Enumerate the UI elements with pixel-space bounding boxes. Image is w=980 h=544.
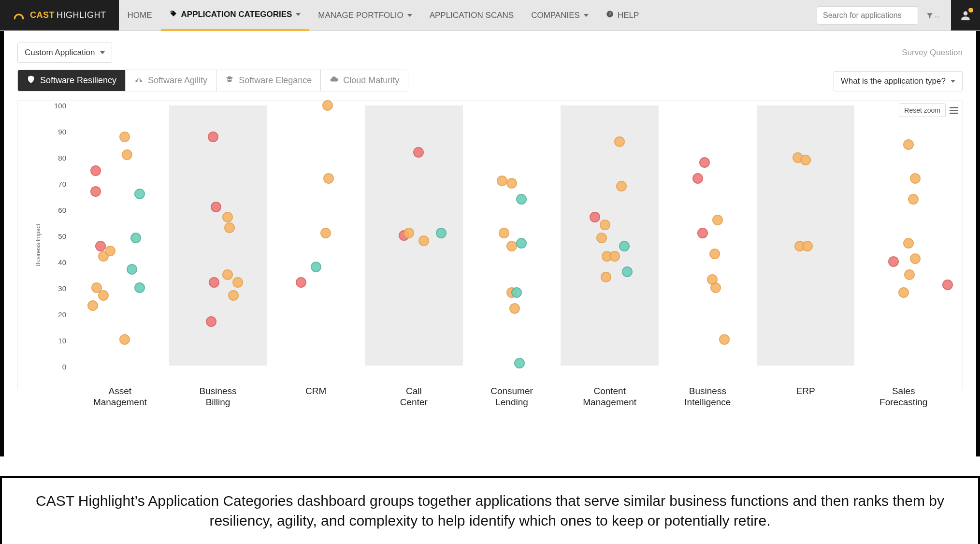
data-point[interactable] <box>134 282 145 293</box>
nav-item-application-scans[interactable]: APPLICATION SCANS <box>421 0 522 30</box>
data-point[interactable] <box>910 253 921 264</box>
nav-item-label: APPLICATION CATEGORIES <box>181 10 292 19</box>
category-band <box>169 105 267 366</box>
data-point[interactable] <box>908 194 919 205</box>
nav-item-application-categories[interactable]: APPLICATION CATEGORIES <box>161 0 310 31</box>
data-point[interactable] <box>311 262 321 272</box>
data-point[interactable] <box>119 132 130 142</box>
data-point[interactable] <box>511 287 522 298</box>
data-point[interactable] <box>222 212 233 222</box>
data-point[interactable] <box>228 290 239 301</box>
cloud-icon <box>330 75 338 86</box>
tab-software-resiliency[interactable]: Software Resiliency <box>18 70 126 91</box>
data-point[interactable] <box>105 246 115 256</box>
data-point[interactable] <box>692 173 703 184</box>
data-point[interactable] <box>87 300 98 311</box>
data-point[interactable] <box>127 264 137 275</box>
data-point[interactable] <box>296 277 306 288</box>
data-point[interactable] <box>614 136 625 147</box>
reset-zoom-button[interactable]: Reset zoom <box>899 103 946 117</box>
data-point[interactable] <box>320 228 331 238</box>
brand-highlight: HIGHLIGHT <box>57 10 106 20</box>
data-point[interactable] <box>323 173 334 184</box>
data-point[interactable] <box>506 178 517 189</box>
brand-box[interactable]: CAST HIGHLIGHT <box>0 0 119 30</box>
data-point[interactable] <box>709 249 720 259</box>
data-point[interactable] <box>904 269 915 280</box>
data-point[interactable] <box>404 228 414 238</box>
data-point[interactable] <box>208 132 218 142</box>
data-point[interactable] <box>514 358 525 368</box>
tab-cloud-maturity[interactable]: Cloud Maturity <box>321 70 408 91</box>
data-point[interactable] <box>903 139 914 150</box>
data-point[interactable] <box>134 189 145 199</box>
tab-software-agility[interactable]: Software Agility <box>126 70 216 91</box>
data-point[interactable] <box>499 228 509 238</box>
data-point[interactable] <box>90 186 101 197</box>
data-point[interactable] <box>888 256 899 267</box>
chevron-down-icon <box>407 14 412 17</box>
data-point[interactable] <box>910 173 921 184</box>
data-point[interactable] <box>497 176 507 186</box>
filter-icon[interactable]: ... <box>923 12 942 19</box>
data-point[interactable] <box>622 266 633 277</box>
data-point[interactable] <box>719 334 730 345</box>
notification-dot-icon <box>968 8 973 13</box>
nav-item-label: COMPANIES <box>531 11 580 20</box>
data-point[interactable] <box>436 228 447 238</box>
nav-item-manage-portfolio[interactable]: MANAGE PORTFOLIO <box>309 0 420 30</box>
category-band <box>561 105 659 366</box>
data-point[interactable] <box>211 202 221 212</box>
data-point[interactable] <box>590 212 600 222</box>
x-tick-label: ERP <box>757 386 855 415</box>
user-menu[interactable] <box>951 0 980 30</box>
data-point[interactable] <box>509 303 520 314</box>
brand-text: CAST HIGHLIGHT <box>30 10 106 20</box>
y-tick: 50 <box>18 232 71 240</box>
category-band <box>463 105 561 366</box>
search-input[interactable] <box>817 6 918 25</box>
data-point[interactable] <box>600 220 610 230</box>
nav-item-companies[interactable]: COMPANIES <box>522 0 597 30</box>
data-point[interactable] <box>122 149 132 160</box>
tab-software-elegance[interactable]: Software Elegance <box>216 70 321 91</box>
data-point[interactable] <box>710 282 721 293</box>
question-dropdown[interactable]: What is the application type? <box>834 71 963 91</box>
data-point[interactable] <box>506 241 517 251</box>
data-point[interactable] <box>609 251 620 262</box>
data-point[interactable] <box>903 238 914 249</box>
data-point[interactable] <box>206 316 216 327</box>
data-point[interactable] <box>942 279 953 290</box>
data-point[interactable] <box>119 334 130 345</box>
chart-menu-icon[interactable] <box>950 107 958 114</box>
data-point[interactable] <box>619 241 630 251</box>
data-point[interactable] <box>516 194 527 205</box>
nav-item-label: HELP <box>618 11 639 20</box>
data-point[interactable] <box>95 241 106 251</box>
data-point[interactable] <box>712 215 723 225</box>
application-dropdown[interactable]: Custom Application <box>17 43 112 63</box>
data-point[interactable] <box>800 155 811 165</box>
data-point[interactable] <box>232 277 243 288</box>
data-point[interactable] <box>616 181 627 191</box>
data-point[interactable] <box>98 290 109 301</box>
data-point[interactable] <box>601 272 611 282</box>
data-point[interactable] <box>222 269 233 280</box>
data-point[interactable] <box>516 238 527 249</box>
data-point[interactable] <box>90 165 101 176</box>
y-tick: 40 <box>18 258 71 266</box>
data-point[interactable] <box>699 157 710 168</box>
data-point[interactable] <box>209 277 219 288</box>
nav-item-home[interactable]: HOME <box>119 0 161 30</box>
data-point[interactable] <box>898 287 909 298</box>
data-point[interactable] <box>413 147 424 158</box>
data-point[interactable] <box>418 235 429 246</box>
data-point[interactable] <box>224 222 235 233</box>
data-point[interactable] <box>130 233 141 243</box>
category-band <box>659 105 757 366</box>
nav-item-help[interactable]: ?HELP <box>597 0 648 30</box>
data-point[interactable] <box>802 241 813 251</box>
data-point[interactable] <box>596 233 607 243</box>
data-point[interactable] <box>322 100 333 111</box>
data-point[interactable] <box>697 228 708 238</box>
